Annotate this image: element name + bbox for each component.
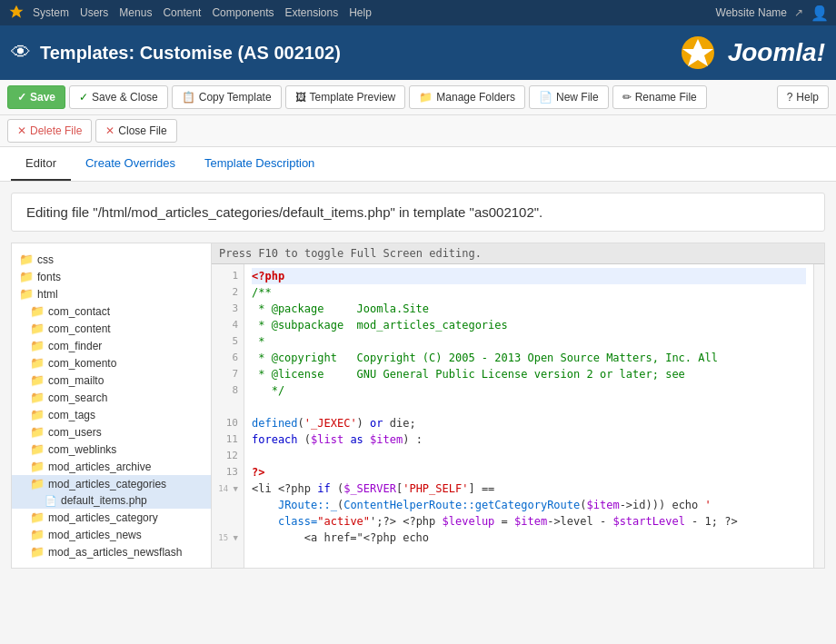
toolbar-row1: ✓ Save ✓ Save & Close 📋 Copy Template 🖼 … <box>0 80 836 115</box>
folder-com-contact-icon: 📁 <box>30 304 45 318</box>
file-message: Editing file "/html/mod_articles_categor… <box>11 193 825 232</box>
file-tree: 📁 css 📁 fonts 📁 html 📁 com_contact 📁 com… <box>11 243 211 569</box>
nav-system[interactable]: System <box>33 6 69 19</box>
tree-com-finder[interactable]: 📁 com_finder <box>12 337 211 354</box>
header-bar: 👁 Templates: Customise (AS 002102) Jooml… <box>0 25 836 80</box>
delete-file-label: Delete File <box>30 124 82 137</box>
tree-mod-as-articles-newsflash-label: mod_as_articles_newsflash <box>48 546 182 559</box>
tree-mod-as-articles-newsflash[interactable]: 📁 mod_as_articles_newsflash <box>12 543 211 560</box>
tree-com-tags[interactable]: 📁 com_tags <box>12 406 211 423</box>
user-icon[interactable]: 👤 <box>811 5 829 22</box>
tree-com-komento[interactable]: 📁 com_komento <box>12 354 211 372</box>
new-file-label: New File <box>556 91 599 104</box>
folder-mod-articles-categories-icon: 📁 <box>30 477 45 490</box>
manage-folders-label: Manage Folders <box>436 91 515 104</box>
copy-icon: 📋 <box>182 91 195 104</box>
folder-fonts-icon: 📁 <box>19 270 34 283</box>
save-close-button[interactable]: ✓ Save & Close <box>69 85 168 109</box>
nav-content[interactable]: Content <box>163 6 201 19</box>
tree-com-search-label: com_search <box>48 391 107 404</box>
folder-com-finder-icon: 📁 <box>30 339 45 352</box>
top-nav-items: System Users Menus Content Components Ex… <box>33 6 716 19</box>
editor-scrollbar[interactable] <box>813 264 824 568</box>
tree-css[interactable]: 📁 css <box>12 251 211 268</box>
tree-fonts-label: fonts <box>37 271 61 283</box>
tree-mod-articles-archive-label: mod_articles_archive <box>48 461 151 473</box>
line-numbers: 1 2 3 4 5 6 7 8 10 11 12 13 14 ▼ 15 ▼ <box>212 264 244 568</box>
new-file-button[interactable]: 📄 New File <box>529 85 609 109</box>
manage-folders-button[interactable]: 📁 Manage Folders <box>409 85 525 109</box>
tree-com-search[interactable]: 📁 com_search <box>12 389 211 406</box>
help-icon: ? <box>787 91 793 104</box>
file-default-items-icon: 📄 <box>45 495 57 507</box>
folder-com-mailto-icon: 📁 <box>30 373 45 387</box>
folder-mod-as-articles-newsflash-icon: 📁 <box>30 545 45 559</box>
editor-hint: Press F10 to toggle Full Screen editing. <box>212 243 824 264</box>
new-file-icon: 📄 <box>539 91 552 104</box>
tree-com-users-label: com_users <box>48 426 102 439</box>
close-icon: ✕ <box>105 124 114 137</box>
template-preview-label: Template Preview <box>310 91 396 104</box>
tree-com-users[interactable]: 📁 com_users <box>12 423 211 441</box>
tree-com-finder-label: com_finder <box>48 340 102 352</box>
help-button[interactable]: ? Help <box>777 85 829 109</box>
code-editor: Press F10 to toggle Full Screen editing.… <box>211 243 825 569</box>
folder-mod-articles-category-icon: 📁 <box>30 510 45 524</box>
tree-html[interactable]: 📁 html <box>12 285 211 302</box>
website-name: Website Name <box>716 6 787 19</box>
folder-com-weblinks-icon: 📁 <box>30 442 45 456</box>
nav-help[interactable]: Help <box>349 6 372 19</box>
folder-com-content-icon: 📁 <box>30 322 45 335</box>
checkmark-icon: ✓ <box>17 91 26 104</box>
editor-body[interactable]: 1 2 3 4 5 6 7 8 10 11 12 13 14 ▼ 15 ▼ <?… <box>212 264 824 568</box>
delete-icon: ✕ <box>17 124 26 137</box>
checkmark2-icon: ✓ <box>79 91 88 104</box>
tree-com-contact-label: com_contact <box>48 305 110 318</box>
tree-com-content[interactable]: 📁 com_content <box>12 320 211 337</box>
tree-com-mailto-label: com_mailto <box>48 374 104 387</box>
close-file-label: Close File <box>118 124 166 137</box>
tree-com-contact[interactable]: 📁 com_contact <box>12 302 211 320</box>
tree-com-tags-label: com_tags <box>48 409 95 421</box>
nav-components[interactable]: Components <box>212 6 274 19</box>
rename-file-button[interactable]: ✏ Rename File <box>612 85 707 109</box>
folder-com-tags-icon: 📁 <box>30 408 45 421</box>
save-close-label: Save & Close <box>92 91 158 104</box>
folder-mod-articles-news-icon: 📁 <box>30 528 45 541</box>
close-file-button[interactable]: ✕ Close File <box>95 119 176 143</box>
nav-extensions[interactable]: Extensions <box>284 6 338 19</box>
tree-com-mailto[interactable]: 📁 com_mailto <box>12 372 211 389</box>
help-label: Help <box>796 91 819 104</box>
tree-mod-articles-archive[interactable]: 📁 mod_articles_archive <box>12 458 211 475</box>
tree-mod-articles-news[interactable]: 📁 mod_articles_news <box>12 526 211 543</box>
tree-fonts[interactable]: 📁 fonts <box>12 268 211 285</box>
eye-icon: 👁 <box>11 41 31 64</box>
tree-mod-articles-categories[interactable]: 📁 mod_articles_categories <box>12 475 211 492</box>
tree-com-content-label: com_content <box>48 322 111 335</box>
folder-com-komento-icon: 📁 <box>30 356 45 370</box>
folder-mod-articles-archive-icon: 📁 <box>30 460 45 473</box>
folder-css-icon: 📁 <box>19 253 34 266</box>
tree-default-items-label: default_items.php <box>61 494 147 507</box>
tabs-bar: Editor Create Overrides Template Descrip… <box>0 147 836 182</box>
external-link-icon: ↗ <box>794 6 803 19</box>
tab-create-overrides[interactable]: Create Overrides <box>71 147 190 181</box>
code-content[interactable]: <?php /** * @package Joomla.Site * @subp… <box>244 264 813 568</box>
preview-icon: 🖼 <box>295 91 306 104</box>
nav-users[interactable]: Users <box>80 6 108 19</box>
page-title: Templates: Customise (AS 002102) <box>40 43 675 64</box>
tab-editor[interactable]: Editor <box>11 147 71 181</box>
delete-file-button[interactable]: ✕ Delete File <box>7 119 92 143</box>
copy-template-button[interactable]: 📋 Copy Template <box>172 85 282 109</box>
tree-com-weblinks[interactable]: 📁 com_weblinks <box>12 441 211 458</box>
tree-default-items-php[interactable]: 📄 default_items.php <box>12 492 211 509</box>
joomla-logo-text: Joomla! <box>728 38 825 67</box>
toolbar-row2: ✕ Delete File ✕ Close File <box>0 115 836 147</box>
save-button[interactable]: ✓ Save <box>7 85 65 109</box>
tree-mod-articles-category[interactable]: 📁 mod_articles_category <box>12 509 211 526</box>
tab-template-description[interactable]: Template Description <box>190 147 329 181</box>
tree-html-label: html <box>37 288 58 301</box>
template-preview-button[interactable]: 🖼 Template Preview <box>285 85 406 109</box>
nav-menus[interactable]: Menus <box>119 6 152 19</box>
tree-mod-articles-categories-label: mod_articles_categories <box>48 478 166 490</box>
